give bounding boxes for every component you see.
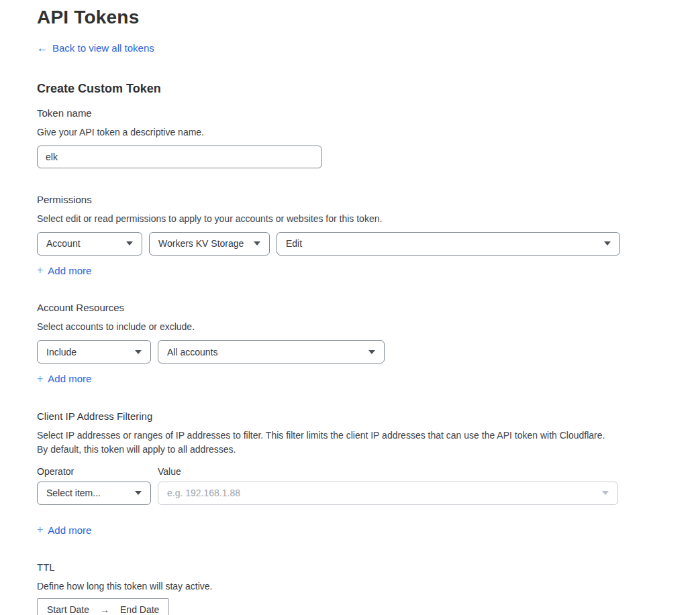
end-date-field[interactable]: End Date <box>120 604 159 615</box>
account-resources-add-more-link[interactable]: + Add more <box>37 373 91 384</box>
chevron-down-icon <box>135 350 142 354</box>
token-name-label: Token name <box>37 107 700 119</box>
operator-label: Operator <box>37 466 158 477</box>
ip-filtering-section: Client IP Address Filtering Select IP ad… <box>37 410 700 537</box>
value-label: Value <box>158 466 181 477</box>
ip-value-combobox[interactable] <box>158 482 618 505</box>
chevron-down-icon <box>126 241 133 245</box>
token-name-input[interactable] <box>37 146 322 168</box>
chevron-down-icon <box>254 241 260 245</box>
add-more-label: Add more <box>48 265 91 276</box>
right-arrow-icon: → <box>100 604 109 615</box>
include-exclude-select[interactable]: Include <box>37 340 151 364</box>
create-custom-token-heading: Create Custom Token <box>37 82 700 96</box>
accounts-select-value: All accounts <box>167 347 217 357</box>
ip-filtering-label: Client IP Address Filtering <box>37 410 700 422</box>
ttl-section: TTL Define how long this token will stay… <box>37 561 700 615</box>
chevron-down-icon <box>368 350 375 354</box>
ttl-description: Define how long this token will stay act… <box>37 579 615 594</box>
account-resources-description: Select accounts to include or exclude. <box>37 320 615 334</box>
permission-level-value: Edit <box>286 238 302 249</box>
ip-value-input[interactable] <box>167 488 595 498</box>
include-exclude-value: Include <box>46 347 77 357</box>
permission-group-value: Workers KV Storage <box>158 238 244 249</box>
date-range-picker[interactable]: Start Date → End Date <box>37 598 169 615</box>
account-resources-label: Account Resources <box>37 302 700 313</box>
permissions-label: Permissions <box>37 194 700 205</box>
back-link-label: Back to view all tokens <box>52 42 154 54</box>
token-name-section: Token name Give your API token a descrip… <box>37 107 700 168</box>
permission-scope-select[interactable]: Account <box>37 232 142 256</box>
account-resources-section: Account Resources Select accounts to inc… <box>37 302 700 385</box>
plus-icon: + <box>37 374 43 384</box>
permissions-description: Select edit or read permissions to apply… <box>37 212 615 226</box>
token-name-description: Give your API token a descriptive name. <box>37 125 615 139</box>
chevron-down-icon <box>135 491 142 495</box>
ip-operator-select[interactable]: Select item... <box>37 482 151 505</box>
chevron-down-icon <box>602 491 609 495</box>
ip-operator-value: Select item... <box>46 488 101 498</box>
chevron-down-icon <box>604 241 611 245</box>
accounts-select[interactable]: All accounts <box>158 340 385 364</box>
left-arrow-icon: ← <box>37 43 48 54</box>
permissions-section: Permissions Select edit or read permissi… <box>37 194 700 277</box>
add-more-label: Add more <box>48 524 91 536</box>
page-title: API Tokens <box>37 7 700 28</box>
add-more-label: Add more <box>48 373 91 384</box>
permission-level-select[interactable]: Edit <box>277 232 620 256</box>
permissions-add-more-link[interactable]: + Add more <box>37 265 91 276</box>
permission-group-select[interactable]: Workers KV Storage <box>149 232 270 256</box>
ttl-label: TTL <box>37 561 700 573</box>
plus-icon: + <box>37 265 43 276</box>
ip-filtering-add-more-link[interactable]: + Add more <box>37 524 91 536</box>
permission-scope-value: Account <box>46 238 81 249</box>
back-to-tokens-link[interactable]: ← Back to view all tokens <box>37 42 154 54</box>
plus-icon: + <box>37 524 43 535</box>
api-tokens-page: API Tokens ← Back to view all tokens Cre… <box>0 0 700 615</box>
start-date-field[interactable]: Start Date <box>47 604 89 615</box>
ip-filtering-description: Select IP addresses or ranges of IP addr… <box>37 429 615 457</box>
